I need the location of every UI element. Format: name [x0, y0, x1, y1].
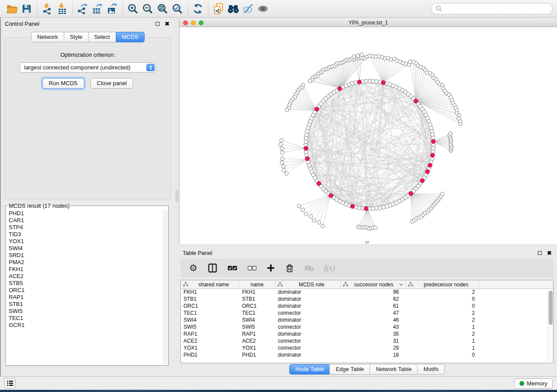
table-row[interactable]: TEC1TEC1connector472	[181, 310, 553, 317]
mcds-result-item[interactable]: SRD1	[9, 252, 168, 259]
tab-edge-table[interactable]: Edge Table	[329, 364, 370, 375]
import-network-icon[interactable]	[40, 2, 55, 15]
table-cell[interactable]: connector	[275, 338, 341, 345]
table-cell[interactable]: 1	[406, 338, 479, 345]
search-box[interactable]	[431, 3, 553, 14]
add-column-icon[interactable]	[267, 264, 275, 272]
scrollbar-thumb[interactable]	[549, 291, 553, 325]
table-cell[interactable]: 2	[406, 331, 479, 338]
network-graph[interactable]	[180, 27, 557, 244]
tab-motifs[interactable]: Motifs	[417, 364, 445, 375]
table-cell[interactable]: 35	[341, 331, 406, 338]
network-hscroll-thumb[interactable]	[365, 241, 369, 244]
mcds-result-item[interactable]: RAP1	[9, 294, 168, 301]
splitter-handle-icon[interactable]	[176, 190, 178, 202]
mcds-result-item[interactable]: FKH1	[9, 266, 168, 273]
refresh-icon[interactable]	[190, 2, 205, 15]
table-cell[interactable]: TEC1	[239, 310, 275, 317]
table-cell[interactable]: PHD1	[181, 352, 239, 359]
memory-button[interactable]: Memory	[514, 378, 553, 389]
mcds-list-scrollbar[interactable]	[163, 210, 168, 364]
mcds-result-item[interactable]: TEC1	[9, 315, 168, 322]
table-row[interactable]: STB1STB1dominator620	[181, 296, 553, 303]
minimize-window-icon[interactable]	[191, 21, 196, 25]
delete-column-icon[interactable]	[285, 264, 294, 273]
table-cell[interactable]: 47	[341, 310, 406, 317]
table-cell[interactable]: 96	[341, 289, 406, 296]
export-table-icon[interactable]	[90, 2, 105, 15]
maximize-window-icon[interactable]	[199, 21, 204, 25]
table-cell[interactable]: 61	[341, 303, 406, 310]
table-cell[interactable]: SWI5	[239, 324, 275, 331]
mcds-result-item[interactable]: PMA2	[9, 259, 168, 266]
mcds-result-item[interactable]: STB5	[9, 280, 168, 287]
table-cell[interactable]: 2	[406, 289, 479, 296]
search-binoculars-icon[interactable]	[226, 2, 241, 15]
table-cell[interactable]: RAP1	[181, 331, 239, 338]
mcds-result-item[interactable]: STP4	[9, 224, 168, 231]
table-cell[interactable]: 1	[406, 345, 479, 352]
table-cell[interactable]: dominator	[275, 303, 341, 310]
table-cell[interactable]: SWI5	[181, 324, 239, 331]
table-cell[interactable]: PHD1	[239, 352, 275, 359]
select-all-columns-icon[interactable]	[228, 265, 237, 271]
search-input[interactable]	[442, 5, 548, 12]
export-network-icon[interactable]	[75, 2, 90, 15]
table-cell[interactable]: dominator	[275, 289, 341, 296]
table-cell[interactable]: YOX1	[239, 345, 275, 352]
table-cell[interactable]: ORC1	[239, 303, 275, 310]
close-panel-icon[interactable]: ✖	[547, 250, 552, 256]
show-panels-icon[interactable]	[256, 2, 270, 15]
table-cell[interactable]: connector	[275, 324, 341, 331]
mcds-result-item[interactable]: SWI5	[9, 308, 168, 315]
mcds-result-item[interactable]: STB1	[9, 301, 168, 308]
import-table-icon[interactable]	[55, 2, 69, 15]
hide-panels-icon[interactable]	[241, 2, 256, 15]
network-window-titlebar[interactable]: YPA_prune.txt_1	[180, 19, 557, 27]
table-cell[interactable]: dominator	[275, 331, 341, 338]
table-row[interactable]: PHD1PHD1dominator180	[181, 352, 553, 359]
table-cell[interactable]: connector	[275, 345, 341, 352]
table-row[interactable]: FKH1FKH1dominator962	[181, 289, 553, 296]
tab-network[interactable]: Network	[31, 32, 64, 42]
table-cell[interactable]: 62	[341, 296, 406, 303]
table-cell[interactable]: dominator	[275, 296, 341, 303]
table-cell[interactable]: 29	[341, 345, 406, 352]
table-row[interactable]: RAP1RAP1dominator352	[181, 331, 553, 338]
table-cell[interactable]: dominator	[275, 317, 341, 324]
tab-style[interactable]: Style	[64, 32, 89, 42]
mcds-result-item[interactable]: ACE2	[9, 273, 168, 280]
table-cell[interactable]: ORC1	[181, 303, 239, 310]
mcds-result-item[interactable]: PHD1	[9, 210, 168, 217]
table-scrollbar[interactable]	[547, 289, 553, 362]
network-canvas[interactable]	[180, 27, 557, 244]
column-header-successor-nodes[interactable]: successor nodes	[341, 280, 406, 289]
tab-node-table[interactable]: Node Table	[289, 364, 330, 375]
tab-network-table[interactable]: Network Table	[370, 364, 418, 375]
table-cell[interactable]: ACE2	[239, 338, 275, 345]
close-panel-icon[interactable]: ✖	[165, 21, 170, 27]
delete-table-icon[interactable]	[304, 265, 314, 272]
table-cell[interactable]: ACE2	[181, 338, 239, 345]
table-row[interactable]: ORC1ORC1dominator610	[181, 303, 553, 310]
table-cell[interactable]: 0	[406, 296, 479, 303]
zoom-selected-icon[interactable]	[170, 2, 185, 15]
tab-select[interactable]: Select	[88, 32, 116, 42]
table-cell[interactable]: dominator	[275, 352, 341, 359]
mcds-result-item[interactable]: CAR1	[9, 217, 168, 224]
tab-mcds[interactable]: MCDS	[116, 32, 145, 42]
column-visibility-icon[interactable]	[208, 263, 217, 273]
table-cell[interactable]: 0	[406, 352, 479, 359]
table-row[interactable]: ACE2ACE2connector311	[181, 338, 553, 345]
mcds-result-item[interactable]: SWI4	[9, 245, 168, 252]
status-menu-button[interactable]	[4, 378, 15, 389]
share-document-icon[interactable]	[211, 2, 226, 15]
column-header-shared-name[interactable]: shared name	[181, 280, 239, 289]
table-row[interactable]: SWI4SWI4dominator462	[181, 317, 553, 324]
float-panel-icon[interactable]	[538, 251, 542, 255]
column-header-predecessor-nodes[interactable]: predecessor nodes	[406, 280, 479, 289]
table-cell[interactable]: 46	[341, 317, 406, 324]
table-cell[interactable]: STB1	[239, 296, 275, 303]
zoom-in-icon[interactable]	[125, 2, 140, 15]
mcds-result-item[interactable]: YOX1	[9, 238, 168, 245]
